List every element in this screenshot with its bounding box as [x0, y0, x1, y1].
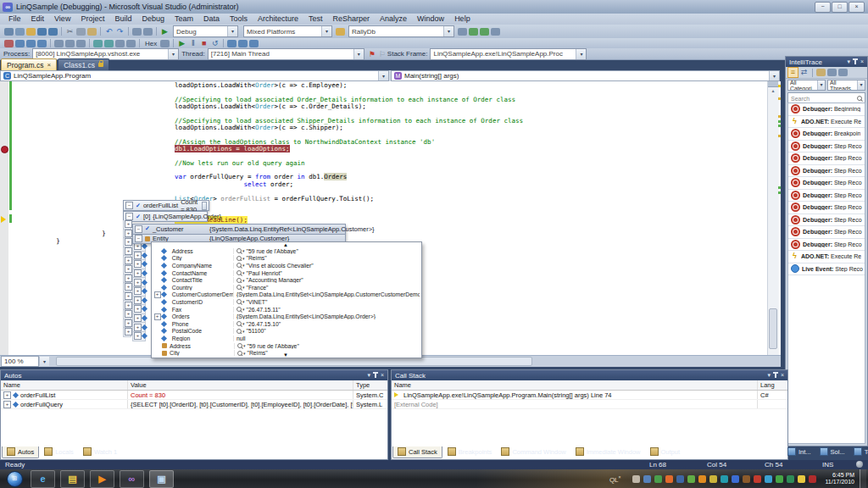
- panel-tab-output[interactable]: Output: [646, 446, 685, 458]
- switch-views-icon[interactable]: ⇄: [799, 68, 809, 77]
- taskbar-visual-studio[interactable]: ∞: [120, 470, 144, 488]
- autos-row[interactable]: +orderFullListCount = 830System.C: [1, 391, 387, 400]
- collapsed-items-strip[interactable]: +++++++++++++: [123, 220, 131, 337]
- collapsed-item[interactable]: +: [123, 274, 131, 284]
- intellitrace-event[interactable]: Debugger: Step Reco: [788, 165, 865, 178]
- tray-icon-14[interactable]: [776, 475, 783, 483]
- datatip-property-row[interactable]: _ContactName▾"Paul Henriot": [153, 269, 420, 277]
- show-events-icon[interactable]: [816, 69, 826, 76]
- magnifier-icon[interactable]: ▾: [237, 343, 246, 348]
- intellitrace-event[interactable]: Debugger: Step Reco: [788, 190, 865, 202]
- expand-icon[interactable]: +: [154, 313, 161, 320]
- save-icon[interactable]: [37, 28, 47, 36]
- tray-icon-4[interactable]: [665, 475, 673, 483]
- magnifier-icon[interactable]: ▾: [236, 329, 245, 334]
- close-icon[interactable]: ×: [781, 371, 784, 380]
- window-position-icon[interactable]: ▾: [367, 371, 370, 380]
- expand-icon[interactable]: +: [125, 292, 132, 300]
- minimize-button[interactable]: −: [815, 2, 831, 13]
- collapsed-item[interactable]: +: [123, 220, 131, 230]
- expand-icon[interactable]: +: [125, 257, 132, 264]
- flag-threads-icon[interactable]: [65, 40, 75, 47]
- show-threads-icon[interactable]: [54, 40, 64, 47]
- intellitrace-event[interactable]: Live Event: Step Reco: [788, 263, 865, 276]
- menu-test[interactable]: Test: [303, 14, 328, 25]
- database-combo[interactable]: RallyDb ▾: [348, 25, 454, 37]
- collapsed-item[interactable]: +: [132, 252, 146, 261]
- intellitrace-title-bar[interactable]: IntelliTrace ▾ ×: [786, 57, 867, 67]
- collapsed-fields-strip[interactable]: +++++++++++: [132, 242, 146, 341]
- comment-icon[interactable]: [469, 28, 478, 36]
- expand-icon[interactable]: +: [125, 302, 132, 309]
- intellitrace-event[interactable]: ADO.NET: Execute Re: [788, 116, 865, 129]
- datatip-row[interactable]: −✓_Customer{System.Data.Linq.EntityRef<L…: [132, 224, 346, 235]
- menu-tools[interactable]: Tools: [225, 14, 253, 25]
- collapsed-item[interactable]: +: [123, 310, 131, 319]
- magnifier-icon[interactable]: ▾: [236, 285, 245, 290]
- vertical-scrollbar[interactable]: ▴: [767, 81, 778, 355]
- column-lang[interactable]: Lang: [758, 380, 787, 390]
- uncomment-icon[interactable]: [480, 28, 489, 36]
- column-name[interactable]: Name: [1, 380, 128, 390]
- autos-title-bar[interactable]: Autos ▾ ×: [1, 370, 387, 380]
- copy-icon[interactable]: [76, 28, 86, 36]
- tray-icon-16[interactable]: [798, 475, 805, 483]
- magnifier-icon[interactable]: ▾: [236, 270, 245, 275]
- datatip-property-row[interactable]: +_Orders{System.Data.Linq.EntitySet<LinQ…: [153, 313, 420, 320]
- collapsed-item[interactable]: +: [123, 265, 131, 274]
- column-type[interactable]: Type: [353, 380, 387, 390]
- scrollbar-thumb[interactable]: [769, 308, 777, 349]
- datatip-property-list[interactable]: ▲ _Address▾"59 rue de l'Abbaye"_City▾"Re…: [151, 241, 422, 358]
- navigate-forward-icon[interactable]: [143, 28, 153, 36]
- taskbar-internet-explorer[interactable]: e: [31, 470, 55, 488]
- column-name[interactable]: Name: [392, 380, 758, 390]
- editor-zoom-combo[interactable]: 100 %: [1, 356, 39, 367]
- thread-marker-icon[interactable]: [76, 40, 86, 47]
- solution-platform-combo[interactable]: Mixed Platforms ▾: [243, 25, 332, 37]
- datatip-property-row[interactable]: _Country▾"France": [153, 284, 420, 291]
- panel-tab-immediate-window[interactable]: Immediate Window: [571, 446, 645, 458]
- tray-icon-10[interactable]: [732, 475, 739, 483]
- chevron-down-icon[interactable]: ▾: [817, 80, 825, 90]
- start-button[interactable]: ⊞: [7, 471, 23, 487]
- paste-icon[interactable]: [87, 28, 97, 36]
- tray-icon-6[interactable]: [687, 475, 695, 483]
- datatip-property-row[interactable]: _Address▾"59 rue de l'Abbaye": [153, 247, 420, 255]
- tray-icon-2[interactable]: [643, 475, 651, 483]
- panel-tab-breakpoints[interactable]: Breakpoints: [443, 446, 497, 458]
- edge-tab-sol[interactable]: Sol...: [816, 446, 849, 458]
- intellitrace-event[interactable]: Debugger: Step Reco: [788, 239, 865, 252]
- intellitrace-event[interactable]: ADO.NET: Execute Re: [788, 251, 865, 263]
- taskbar-windows-explorer[interactable]: ▤: [60, 470, 85, 488]
- thread-combo[interactable]: [7216] Main Thread ▾: [208, 48, 364, 60]
- collapsed-item[interactable]: +: [123, 283, 131, 292]
- autos-row[interactable]: +orderFullQuery{SELECT [t0].[OrderID], […: [1, 400, 387, 409]
- chevron-down-icon[interactable]: ▾: [168, 49, 178, 59]
- new-project-icon[interactable]: [4, 28, 14, 36]
- menu-help[interactable]: Help: [449, 14, 476, 25]
- callstack-row[interactable]: LinQSampleApp.exe!LinQSampleApp.Program.…: [392, 391, 787, 400]
- taskbar-visual-studio-debug[interactable]: ▣: [149, 470, 174, 488]
- chevron-down-icon[interactable]: ▾: [576, 49, 586, 59]
- panel-tab-call-stack[interactable]: Call Stack: [392, 446, 442, 458]
- magnifier-icon[interactable]: ▾: [236, 299, 245, 304]
- collapsed-item[interactable]: +: [123, 301, 131, 310]
- intellitrace-event[interactable]: Debugger: Breakpoin: [788, 128, 865, 141]
- expand-icon[interactable]: +: [134, 332, 142, 340]
- expand-icon[interactable]: +: [125, 265, 132, 273]
- collapsed-item[interactable]: +: [123, 319, 131, 329]
- datatip-element-0[interactable]: − ✓ [0] {LinQSampleApp.Order}: [123, 211, 208, 222]
- column-value[interactable]: Value: [128, 380, 353, 390]
- collapsed-item[interactable]: +: [132, 323, 146, 332]
- magnifier-icon[interactable]: ▾: [236, 307, 245, 312]
- tray-icon-11[interactable]: [743, 475, 750, 483]
- expand-icon[interactable]: +: [125, 319, 132, 327]
- expand-icon[interactable]: +: [3, 391, 11, 399]
- collapse-icon[interactable]: −: [135, 225, 142, 233]
- collapsed-item[interactable]: +: [132, 260, 146, 269]
- pause-icon[interactable]: ‖: [188, 39, 198, 48]
- menu-view[interactable]: View: [49, 14, 75, 25]
- menu-project[interactable]: Project: [75, 14, 109, 25]
- stack-frame-combo[interactable]: LinQSampleApp.exe!LinQSampleApp.Proc ▾: [430, 48, 587, 60]
- step-over-icon[interactable]: [238, 40, 248, 47]
